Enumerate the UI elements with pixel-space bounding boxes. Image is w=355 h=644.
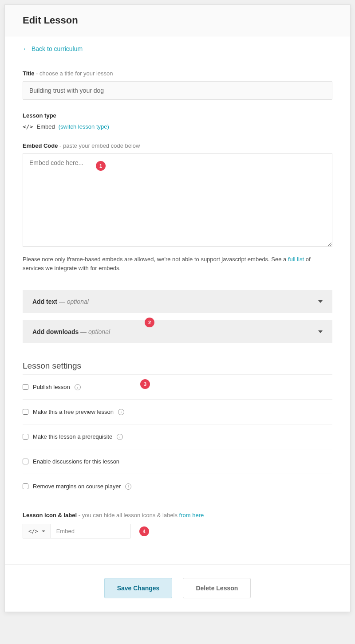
code-icon: </> [28,528,38,534]
chevron-down-icon [318,300,323,303]
delete-lesson-button[interactable]: Delete Lesson [183,578,251,598]
setting-row-remove-margins: Remove margins on course player i [23,474,332,499]
lesson-type-label-text: Lesson type [23,112,56,119]
back-link-label: Back to curriculum [32,45,83,52]
page-title: Edit Lesson [23,15,332,26]
setting-label: Remove margins on course player [33,483,121,490]
lesson-type-value: Embed [36,123,55,130]
info-icon[interactable]: i [117,434,123,440]
add-text-optional: optional [67,298,89,305]
add-text-bold: Add text [32,298,57,305]
title-field-label: Title - choose a title for your lesson [23,70,332,77]
icon-label-row: </> 4 [23,524,332,538]
setting-row-free-preview: Make this a free preview lesson i [23,400,332,424]
embed-code-textarea[interactable] [23,153,332,247]
save-changes-button[interactable]: Save Changes [104,578,173,598]
add-downloads-label: Add downloads — optional [32,328,110,335]
lesson-icon-label-text: Lesson icon & label - you can hide all l… [23,512,332,518]
lesson-label-input[interactable] [51,524,130,538]
add-downloads-sep: — [79,328,88,335]
title-label-hint: - choose a title for your lesson [35,70,113,77]
title-input[interactable] [23,81,332,100]
lesson-type-label: Lesson type [23,112,332,119]
annotation-badge-1: 1 [96,161,106,171]
add-text-sep: — [57,298,67,305]
annotation-badge-4: 4 [139,526,149,536]
icon-label-bold: Lesson icon & label [23,512,77,518]
setting-row-publish: Publish lesson i [23,375,332,400]
settings-list: 3 Publish lesson i Make this a free prev… [23,375,332,499]
lesson-settings-heading: Lesson settings [23,361,332,371]
edit-lesson-card: Edit Lesson ← Back to curriculum Title -… [4,4,351,612]
add-downloads-accordion[interactable]: Add downloads — optional [23,320,332,343]
card-content: ← Back to curriculum Title - choose a ti… [5,36,350,564]
arrow-left-icon: ← [23,45,29,52]
remove-margins-checkbox[interactable] [23,483,28,489]
info-icon[interactable]: i [125,483,131,490]
embed-note: Please note only iframe-based embeds are… [23,255,332,272]
setting-row-discussions: Enable discussions for this lesson [23,449,332,474]
embed-note-pre: Please note only iframe-based embeds are… [23,256,288,263]
add-text-accordion[interactable]: Add text — optional [23,290,332,313]
lesson-type-group: Lesson type </> Embed (switch lesson typ… [23,112,332,130]
embed-code-group: Embed Code - paste your embed code below… [23,142,332,272]
add-downloads-optional: optional [88,328,110,335]
from-here-link[interactable]: from here [179,512,204,518]
card-footer: Save Changes Delete Lesson [5,564,350,612]
setting-label: Make this lesson a prerequisite [33,433,112,440]
title-field-group: Title - choose a title for your lesson [23,70,332,100]
title-label-bold: Title [23,70,35,77]
enable-discussions-checkbox[interactable] [23,459,28,464]
embed-label-bold: Embed Code [23,142,58,149]
add-downloads-bold: Add downloads [32,328,79,335]
lesson-icon-select[interactable]: </> [23,524,51,538]
full-list-link[interactable]: full list [288,256,304,263]
back-to-curriculum-link[interactable]: ← Back to curriculum [23,45,83,52]
embed-code-label: Embed Code - paste your embed code below [23,142,332,149]
setting-label: Publish lesson [33,384,70,390]
prerequisite-checkbox[interactable] [23,434,28,440]
code-icon: </> [23,123,33,130]
setting-label: Enable discussions for this lesson [33,458,119,465]
publish-lesson-checkbox[interactable] [23,384,28,390]
card-header: Edit Lesson [5,5,350,36]
annotation-badge-2: 2 [145,318,154,327]
icon-label-hint: - you can hide all lesson icons & labels [77,512,179,518]
accordion-group: Add text — optional 2 Add downloads — op… [23,290,332,343]
free-preview-checkbox[interactable] [23,409,28,415]
add-text-label: Add text — optional [32,298,89,305]
lesson-icon-label-group: Lesson icon & label - you can hide all l… [23,512,332,538]
lesson-type-row: </> Embed (switch lesson type) [23,123,332,130]
info-icon[interactable]: i [75,384,81,390]
switch-lesson-type-link[interactable]: (switch lesson type) [59,123,109,130]
setting-row-prerequisite: Make this lesson a prerequisite i [23,424,332,449]
chevron-down-icon [42,530,45,532]
setting-label: Make this a free preview lesson [33,408,114,415]
embed-label-hint: - paste your embed code below [58,142,140,149]
chevron-down-icon [318,330,323,333]
annotation-badge-3: 3 [140,379,150,389]
info-icon[interactable]: i [118,409,124,415]
